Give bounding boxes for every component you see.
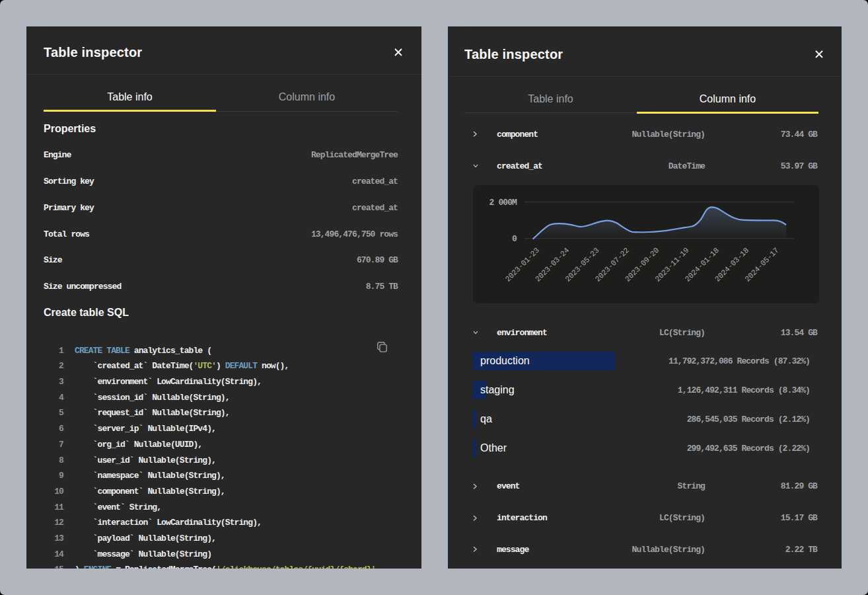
svg-text:0: 0	[512, 234, 517, 244]
svg-text:2 000M: 2 000M	[489, 198, 518, 208]
